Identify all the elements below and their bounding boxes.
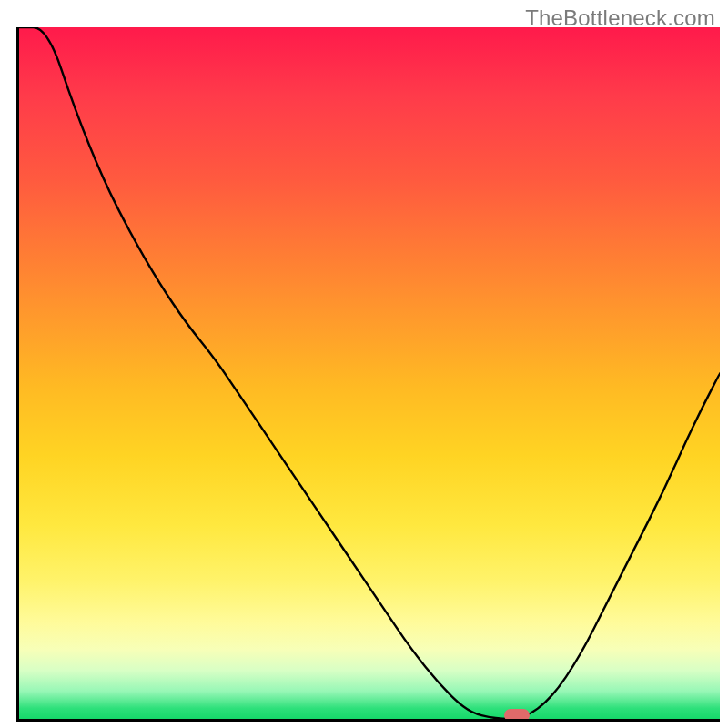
bottleneck-curve	[19, 27, 720, 719]
plot-area	[16, 27, 720, 722]
optimum-marker	[504, 709, 530, 722]
curve-path	[19, 27, 720, 719]
chart-container: TheBottleneck.com	[0, 0, 728, 728]
